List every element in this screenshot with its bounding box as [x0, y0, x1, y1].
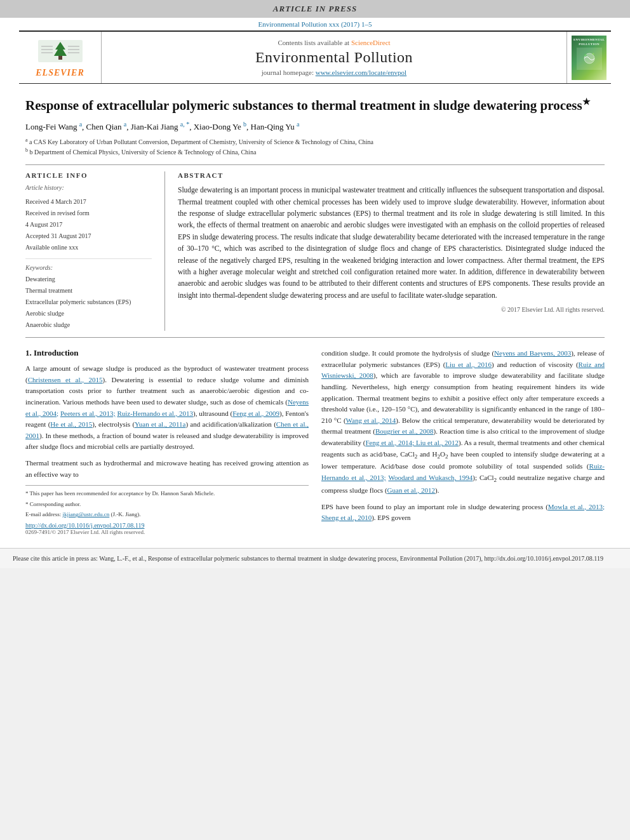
right-body-col: condition sludge. It could promote the h…: [321, 348, 605, 535]
email-label: E-mail address:: [25, 511, 61, 517]
article-info-header: ARTICLE INFO: [25, 171, 152, 179]
issn-text: 0269-7491/© 2017 Elsevier Ltd. All right…: [25, 529, 309, 535]
email-suffix: (J.-K. Jiang).: [111, 511, 141, 517]
ref-peeters[interactable]: Peeters et al., 2013;: [60, 410, 116, 417]
body-two-col: 1. Introduction A large amount of sewage…: [25, 348, 605, 535]
ref-bougrier[interactable]: Bougrier et al., 2008: [375, 427, 434, 435]
banner-text: ARTICLE IN PRESS: [273, 4, 357, 13]
elsevier-tree-icon: [35, 37, 86, 65]
affiliation-b: b b Department of Chemical Physics, Univ…: [25, 147, 605, 157]
footnote-section: * This paper has been recommended for ac…: [25, 485, 309, 535]
keyword-5: Anaerobic sludge: [25, 319, 152, 331]
ref-guan[interactable]: Guan et al., 2012: [387, 486, 435, 494]
homepage-label: journal homepage:: [262, 69, 314, 76]
history-dates: Received 4 March 2017 Received in revise…: [25, 196, 152, 253]
citation-bar: Please cite this article in press as: Wa…: [0, 548, 630, 568]
keywords-list: Dewatering Thermal treatment Extracellul…: [25, 274, 152, 331]
ref-christensen[interactable]: Christensen et al., 2015: [28, 376, 103, 383]
right-para2: EPS have been found to play an important…: [321, 502, 605, 524]
title-text: Response of extracellular polymeric subs…: [25, 98, 582, 113]
ref-yuan[interactable]: Yuan et al., 2011a: [135, 420, 185, 428]
abstract-header: ABSTRACT: [178, 171, 605, 179]
ref-wang2014[interactable]: Wang et al., 2014: [346, 417, 396, 424]
title-star: ★: [582, 97, 591, 107]
ref-neyens-baeyens[interactable]: Neyens and Baeyens, 2003: [494, 349, 571, 357]
page: ARTICLE IN PRESS Environmental Pollution…: [0, 0, 630, 568]
article-title: Response of extracellular polymeric subs…: [25, 97, 605, 114]
left-body-col: 1. Introduction A large amount of sewage…: [25, 348, 309, 535]
journal-citation: Environmental Pollution xxx (2017) 1–5: [258, 20, 372, 28]
sciencedirect-link[interactable]: ScienceDirect: [351, 39, 391, 46]
footnote-corresponding: * Corresponding author.: [25, 500, 309, 509]
article-history-label: Article history:: [25, 184, 152, 191]
elsevier-logo-area: ELSEVIER: [19, 32, 102, 83]
right-para1: condition sludge. It could promote the h…: [321, 348, 605, 496]
article-in-press-banner: ARTICLE IN PRESS: [0, 0, 630, 18]
ref-mowla[interactable]: Mowla et al., 2013; Sheng et al., 2010: [321, 503, 605, 522]
ref-liu[interactable]: Liu et al., 2016: [445, 361, 492, 368]
article-content: Response of extracellular polymeric subs…: [0, 84, 630, 542]
accepted-date: Accepted 31 August 2017: [25, 230, 152, 242]
svg-point-10: [584, 54, 587, 57]
svg-point-11: [592, 53, 594, 55]
received-date: Received 4 March 2017: [25, 196, 152, 208]
ref-feng2009[interactable]: Feng et al., 2009: [232, 410, 279, 417]
keywords-section: Keywords: Dewatering Thermal treatment E…: [25, 258, 152, 331]
keyword-3: Extracellular polymeric substances (EPS): [25, 297, 152, 308]
journal-header: ELSEVIER Contents lists available at Sci…: [19, 30, 611, 84]
doi-anchor[interactable]: http://dx.doi.org/10.1016/j.envpol.2017.…: [25, 522, 145, 529]
introduction-heading: 1. Introduction: [25, 348, 309, 358]
ref-he[interactable]: He et al., 2015: [50, 420, 92, 428]
copyright-line: © 2017 Elsevier Ltd. All rights reserved…: [178, 306, 605, 313]
keywords-title: Keywords:: [25, 264, 152, 271]
affiliation-a: a a CAS Key Laboratory of Urban Pollutan…: [25, 137, 605, 147]
available-online: Available online xxx: [25, 242, 152, 253]
email-link[interactable]: jkjiang@ustc.edu.cn: [62, 511, 109, 517]
elsevier-wordmark: ELSEVIER: [36, 68, 84, 78]
ref-ruiz[interactable]: Ruiz-Hernando et al., 2013: [117, 410, 193, 417]
two-col-info: ARTICLE INFO Article history: Received 4…: [25, 164, 605, 338]
journal-center: Contents lists available at ScienceDirec…: [102, 32, 566, 83]
footnote-star: * This paper has been recommended for ac…: [25, 490, 309, 498]
revised-date: 4 August 2017: [25, 219, 152, 230]
footnote-email: E-mail address: jkjiang@ustc.edu.cn (J.-…: [25, 510, 309, 519]
abstract-col: ABSTRACT Sludge dewatering is an importa…: [165, 171, 605, 331]
svg-rect-2: [58, 56, 62, 60]
sciencedirect-line: Contents lists available at ScienceDirec…: [278, 39, 390, 46]
authors-line: Long-Fei Wang a, Chen Qian a, Jian-Kai J…: [25, 121, 605, 132]
contents-text: Contents lists available at: [278, 39, 349, 46]
received-revised-label: Received in revised form: [25, 208, 152, 219]
doi-link: http://dx.doi.org/10.1016/j.envpol.2017.…: [25, 522, 309, 529]
affiliations: a a CAS Key Laboratory of Urban Pollutan…: [25, 137, 605, 157]
intro-para2: Thermal treatment such as hydrothermal a…: [25, 458, 309, 480]
abstract-text: Sludge dewatering is an important proces…: [178, 184, 605, 301]
homepage-url[interactable]: www.elsevier.com/locate/envpol: [316, 69, 406, 76]
cover-placeholder: ENVIRONMENTAL POLLUTION: [572, 36, 607, 80]
ref-feng2014[interactable]: Feng et al., 2014; Liu et al., 2012: [365, 439, 459, 446]
article-info-col: ARTICLE INFO Article history: Received 4…: [25, 171, 165, 331]
keyword-2: Thermal treatment: [25, 285, 152, 297]
keyword-4: Aerobic sludge: [25, 308, 152, 319]
ref-woodard[interactable]: Woodard and Wukasch, 1994: [388, 474, 473, 481]
homepage-line: journal homepage: www.elsevier.com/locat…: [262, 69, 406, 76]
citation-text: Please cite this article in press as: Wa…: [13, 555, 603, 562]
journal-title-main: Environmental Pollution: [255, 49, 413, 66]
keyword-1: Dewatering: [25, 274, 152, 285]
journal-cover-image: ENVIRONMENTAL POLLUTION: [566, 32, 611, 83]
intro-para1: A large amount of sewage sludge is produ…: [25, 363, 309, 453]
journal-info-line: Environmental Pollution xxx (2017) 1–5: [0, 18, 630, 30]
